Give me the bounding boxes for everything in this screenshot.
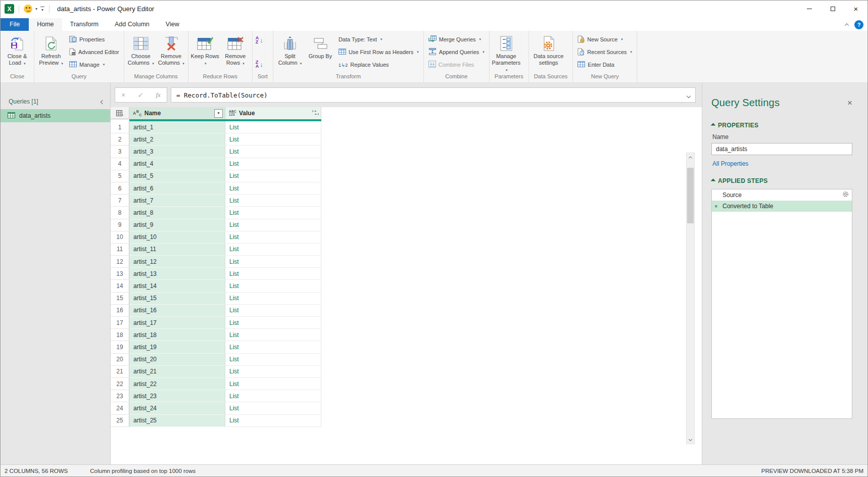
row-number-cell[interactable]: 11 bbox=[111, 244, 129, 256]
row-number-cell[interactable]: 3 bbox=[111, 146, 129, 158]
row-number-cell[interactable]: 12 bbox=[111, 256, 129, 268]
help-icon[interactable]: ? bbox=[854, 20, 863, 29]
value-cell[interactable]: List bbox=[225, 329, 321, 341]
tab-add-column[interactable]: Add Column bbox=[107, 18, 158, 31]
name-cell[interactable]: artist_12 bbox=[129, 256, 225, 268]
list-link[interactable]: List bbox=[229, 209, 239, 216]
refresh-preview-button[interactable]: Refresh Preview ▾ bbox=[36, 32, 66, 73]
name-cell[interactable]: artist_10 bbox=[129, 231, 225, 244]
list-link[interactable]: List bbox=[229, 344, 239, 351]
row-number-cell[interactable]: 25 bbox=[111, 415, 129, 427]
row-number-cell[interactable]: 4 bbox=[111, 158, 129, 170]
applied-step-converted-to-table[interactable]: × Converted to Table bbox=[712, 201, 852, 212]
all-properties-link[interactable]: All Properties bbox=[712, 160, 852, 167]
row-number-cell[interactable]: 6 bbox=[111, 182, 129, 195]
name-cell[interactable]: artist_5 bbox=[129, 170, 225, 182]
scroll-down-button[interactable] bbox=[687, 435, 694, 444]
append-queries-button[interactable]: Append Queries ▾ bbox=[427, 46, 486, 58]
name-cell[interactable]: artist_19 bbox=[129, 341, 225, 353]
list-link[interactable]: List bbox=[229, 319, 239, 326]
scrollbar-thumb[interactable] bbox=[687, 168, 694, 223]
list-link[interactable]: List bbox=[229, 221, 239, 228]
list-link[interactable]: List bbox=[229, 258, 239, 265]
name-cell[interactable]: artist_18 bbox=[129, 329, 225, 341]
list-link[interactable]: List bbox=[229, 172, 239, 179]
value-cell[interactable]: List bbox=[225, 280, 321, 292]
name-cell[interactable]: artist_11 bbox=[129, 244, 225, 256]
value-cell[interactable]: List bbox=[225, 231, 321, 244]
name-cell[interactable]: artist_7 bbox=[129, 195, 225, 207]
value-cell[interactable]: List bbox=[225, 390, 321, 402]
list-link[interactable]: List bbox=[229, 393, 239, 400]
recent-sources-button[interactable]: Recent Sources ▾ bbox=[576, 46, 634, 58]
value-cell[interactable]: List bbox=[225, 256, 321, 268]
name-cell[interactable]: artist_17 bbox=[129, 317, 225, 329]
list-link[interactable]: List bbox=[229, 136, 239, 143]
value-cell[interactable]: List bbox=[225, 293, 321, 305]
list-link[interactable]: List bbox=[229, 295, 239, 302]
delete-step-icon[interactable]: × bbox=[714, 203, 722, 209]
sort-ascending-button[interactable]: AZ ↓ bbox=[256, 34, 263, 46]
list-link[interactable]: List bbox=[229, 270, 239, 277]
commit-formula-icon[interactable]: ✓ bbox=[138, 91, 144, 99]
row-number-cell[interactable]: 2 bbox=[111, 133, 129, 146]
table-select-all-button[interactable] bbox=[111, 107, 129, 119]
list-link[interactable]: List bbox=[229, 148, 239, 155]
value-cell[interactable]: List bbox=[225, 305, 321, 317]
row-number-cell[interactable]: 10 bbox=[111, 231, 129, 244]
value-cell[interactable]: List bbox=[225, 182, 321, 195]
enter-data-button[interactable]: Enter Data bbox=[576, 59, 634, 70]
close-window-button[interactable]: × bbox=[844, 1, 867, 17]
filter-dropdown-button[interactable]: ▾ bbox=[214, 109, 223, 118]
group-by-button[interactable]: Group By bbox=[306, 32, 335, 73]
list-link[interactable]: List bbox=[229, 417, 239, 424]
value-cell[interactable]: List bbox=[225, 133, 321, 146]
scroll-up-button[interactable] bbox=[687, 153, 694, 162]
value-cell[interactable]: List bbox=[225, 415, 321, 427]
value-cell[interactable]: List bbox=[225, 158, 321, 170]
tab-transform[interactable]: Transform bbox=[62, 18, 107, 31]
properties-section-header[interactable]: PROPERTIES bbox=[711, 122, 852, 129]
value-cell[interactable]: List bbox=[225, 219, 321, 231]
row-number-cell[interactable]: 5 bbox=[111, 170, 129, 182]
sort-descending-button[interactable]: ZA ↓ bbox=[256, 58, 263, 70]
list-link[interactable]: List bbox=[229, 331, 239, 339]
name-cell[interactable]: artist_1 bbox=[129, 121, 225, 133]
name-cell[interactable]: artist_16 bbox=[129, 305, 225, 317]
row-number-cell[interactable]: 9 bbox=[111, 219, 129, 231]
list-link[interactable]: List bbox=[229, 160, 239, 167]
value-cell[interactable]: List bbox=[225, 354, 321, 366]
row-number-cell[interactable]: 22 bbox=[111, 378, 129, 390]
tab-home[interactable]: Home bbox=[29, 18, 62, 31]
query-list-item[interactable]: data_artists bbox=[1, 109, 110, 122]
close-and-load-button[interactable]: Close & Load ▾ bbox=[3, 32, 32, 73]
collapse-ribbon-icon[interactable] bbox=[845, 23, 849, 27]
name-cell[interactable]: artist_24 bbox=[129, 402, 225, 414]
value-cell[interactable]: List bbox=[225, 195, 321, 207]
value-cell[interactable]: List bbox=[225, 244, 321, 256]
minimize-button[interactable] bbox=[798, 1, 821, 17]
applied-steps-section-header[interactable]: APPLIED STEPS bbox=[711, 177, 852, 184]
value-cell[interactable]: List bbox=[225, 146, 321, 158]
applied-step-source[interactable]: × Source bbox=[712, 189, 852, 201]
table-vertical-scrollbar[interactable] bbox=[686, 153, 695, 444]
name-cell[interactable]: artist_21 bbox=[129, 366, 225, 378]
list-link[interactable]: List bbox=[229, 307, 239, 314]
name-cell[interactable]: artist_25 bbox=[129, 415, 225, 427]
row-number-cell[interactable]: 19 bbox=[111, 341, 129, 353]
properties-button[interactable]: Properties bbox=[68, 34, 121, 45]
row-number-cell[interactable]: 16 bbox=[111, 305, 129, 317]
maximize-button[interactable] bbox=[821, 1, 844, 17]
name-cell[interactable]: artist_9 bbox=[129, 219, 225, 231]
cancel-formula-icon[interactable]: × bbox=[121, 91, 125, 99]
close-settings-icon[interactable]: × bbox=[847, 98, 852, 108]
remove-columns-button[interactable]: Remove Columns ▾ bbox=[157, 32, 186, 73]
excel-app-icon[interactable]: X bbox=[5, 4, 14, 14]
value-cell[interactable]: List bbox=[225, 268, 321, 280]
choose-columns-button[interactable]: Choose Columns ▾ bbox=[126, 32, 156, 73]
name-cell[interactable]: artist_2 bbox=[129, 133, 225, 146]
row-number-cell[interactable]: 23 bbox=[111, 390, 129, 402]
name-cell[interactable]: artist_22 bbox=[129, 378, 225, 390]
name-cell[interactable]: artist_20 bbox=[129, 354, 225, 366]
row-number-cell[interactable]: 17 bbox=[111, 317, 129, 329]
